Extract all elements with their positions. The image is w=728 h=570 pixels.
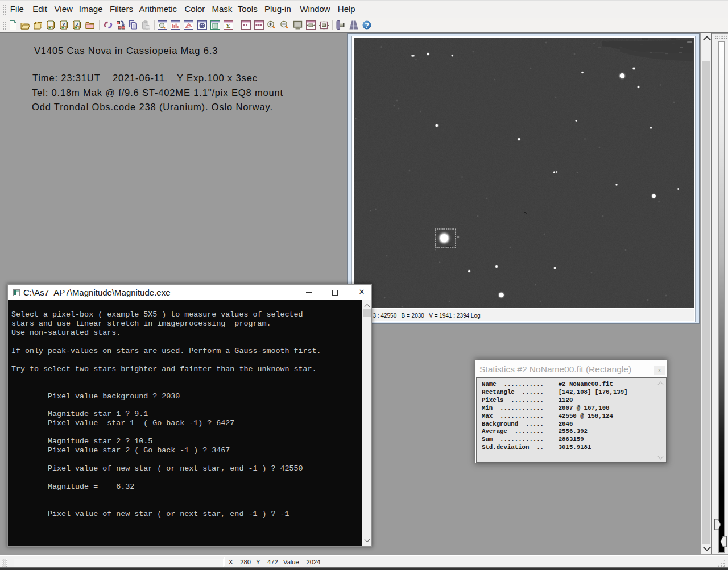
svg-text:V: V	[62, 22, 65, 27]
svg-text:?: ?	[365, 22, 369, 30]
svg-text:Σ: Σ	[226, 22, 231, 30]
svg-text:J: J	[76, 22, 78, 27]
